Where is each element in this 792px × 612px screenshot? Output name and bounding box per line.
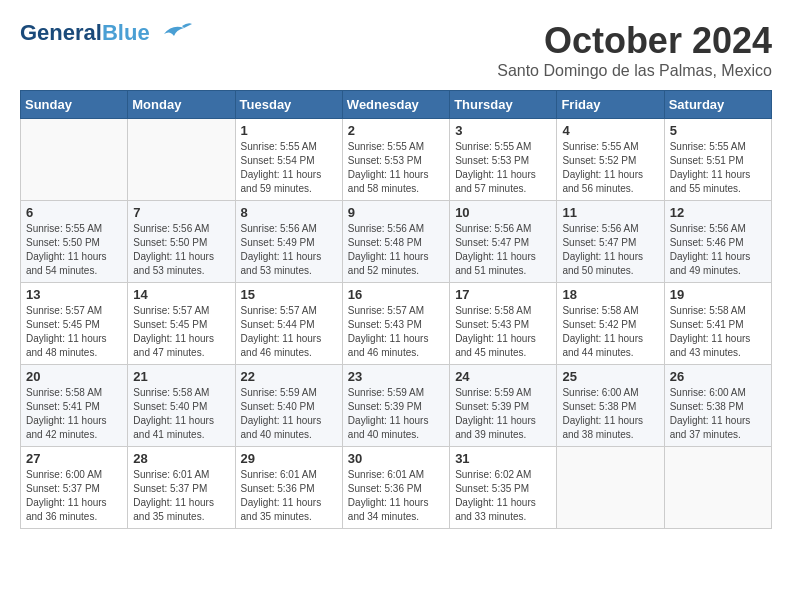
- weekday-header-monday: Monday: [128, 91, 235, 119]
- calendar-cell: 21Sunrise: 5:58 AM Sunset: 5:40 PM Dayli…: [128, 365, 235, 447]
- day-number: 2: [348, 123, 444, 138]
- day-info: Sunrise: 6:01 AM Sunset: 5:36 PM Dayligh…: [241, 468, 337, 524]
- day-info: Sunrise: 5:57 AM Sunset: 5:44 PM Dayligh…: [241, 304, 337, 360]
- day-info: Sunrise: 5:58 AM Sunset: 5:41 PM Dayligh…: [26, 386, 122, 442]
- day-info: Sunrise: 5:55 AM Sunset: 5:54 PM Dayligh…: [241, 140, 337, 196]
- weekday-header-sunday: Sunday: [21, 91, 128, 119]
- weekday-header-tuesday: Tuesday: [235, 91, 342, 119]
- day-info: Sunrise: 6:01 AM Sunset: 5:36 PM Dayligh…: [348, 468, 444, 524]
- calendar-cell: 20Sunrise: 5:58 AM Sunset: 5:41 PM Dayli…: [21, 365, 128, 447]
- day-number: 31: [455, 451, 551, 466]
- weekday-header-thursday: Thursday: [450, 91, 557, 119]
- logo: GeneralBlue: [20, 20, 192, 46]
- calendar-cell: 2Sunrise: 5:55 AM Sunset: 5:53 PM Daylig…: [342, 119, 449, 201]
- day-info: Sunrise: 5:56 AM Sunset: 5:47 PM Dayligh…: [455, 222, 551, 278]
- day-number: 3: [455, 123, 551, 138]
- day-info: Sunrise: 6:00 AM Sunset: 5:38 PM Dayligh…: [562, 386, 658, 442]
- calendar-cell: 7Sunrise: 5:56 AM Sunset: 5:50 PM Daylig…: [128, 201, 235, 283]
- calendar-cell: 4Sunrise: 5:55 AM Sunset: 5:52 PM Daylig…: [557, 119, 664, 201]
- day-info: Sunrise: 5:56 AM Sunset: 5:50 PM Dayligh…: [133, 222, 229, 278]
- day-number: 6: [26, 205, 122, 220]
- calendar-cell: 24Sunrise: 5:59 AM Sunset: 5:39 PM Dayli…: [450, 365, 557, 447]
- day-number: 11: [562, 205, 658, 220]
- calendar-cell: 11Sunrise: 5:56 AM Sunset: 5:47 PM Dayli…: [557, 201, 664, 283]
- day-number: 12: [670, 205, 766, 220]
- day-number: 7: [133, 205, 229, 220]
- day-number: 4: [562, 123, 658, 138]
- day-info: Sunrise: 5:58 AM Sunset: 5:41 PM Dayligh…: [670, 304, 766, 360]
- weekday-header-friday: Friday: [557, 91, 664, 119]
- day-info: Sunrise: 6:02 AM Sunset: 5:35 PM Dayligh…: [455, 468, 551, 524]
- calendar-cell: 22Sunrise: 5:59 AM Sunset: 5:40 PM Dayli…: [235, 365, 342, 447]
- calendar-cell: 13Sunrise: 5:57 AM Sunset: 5:45 PM Dayli…: [21, 283, 128, 365]
- calendar-cell: [557, 447, 664, 529]
- page-header: GeneralBlue October 2024 Santo Domingo d…: [20, 20, 772, 80]
- day-number: 13: [26, 287, 122, 302]
- weekday-header-saturday: Saturday: [664, 91, 771, 119]
- day-info: Sunrise: 5:56 AM Sunset: 5:49 PM Dayligh…: [241, 222, 337, 278]
- calendar-cell: 6Sunrise: 5:55 AM Sunset: 5:50 PM Daylig…: [21, 201, 128, 283]
- calendar-cell: 29Sunrise: 6:01 AM Sunset: 5:36 PM Dayli…: [235, 447, 342, 529]
- calendar-cell: 26Sunrise: 6:00 AM Sunset: 5:38 PM Dayli…: [664, 365, 771, 447]
- calendar-cell: 28Sunrise: 6:01 AM Sunset: 5:37 PM Dayli…: [128, 447, 235, 529]
- day-number: 24: [455, 369, 551, 384]
- calendar-cell: 17Sunrise: 5:58 AM Sunset: 5:43 PM Dayli…: [450, 283, 557, 365]
- calendar-cell: 8Sunrise: 5:56 AM Sunset: 5:49 PM Daylig…: [235, 201, 342, 283]
- calendar-cell: 18Sunrise: 5:58 AM Sunset: 5:42 PM Dayli…: [557, 283, 664, 365]
- calendar-cell: [128, 119, 235, 201]
- day-number: 30: [348, 451, 444, 466]
- week-row-4: 20Sunrise: 5:58 AM Sunset: 5:41 PM Dayli…: [21, 365, 772, 447]
- calendar-cell: 16Sunrise: 5:57 AM Sunset: 5:43 PM Dayli…: [342, 283, 449, 365]
- calendar-cell: 1Sunrise: 5:55 AM Sunset: 5:54 PM Daylig…: [235, 119, 342, 201]
- day-number: 5: [670, 123, 766, 138]
- day-info: Sunrise: 5:57 AM Sunset: 5:45 PM Dayligh…: [133, 304, 229, 360]
- day-number: 14: [133, 287, 229, 302]
- day-number: 19: [670, 287, 766, 302]
- day-number: 8: [241, 205, 337, 220]
- day-number: 18: [562, 287, 658, 302]
- day-number: 1: [241, 123, 337, 138]
- week-row-3: 13Sunrise: 5:57 AM Sunset: 5:45 PM Dayli…: [21, 283, 772, 365]
- week-row-1: 1Sunrise: 5:55 AM Sunset: 5:54 PM Daylig…: [21, 119, 772, 201]
- day-info: Sunrise: 5:57 AM Sunset: 5:43 PM Dayligh…: [348, 304, 444, 360]
- calendar-cell: [21, 119, 128, 201]
- day-number: 15: [241, 287, 337, 302]
- day-number: 16: [348, 287, 444, 302]
- day-number: 10: [455, 205, 551, 220]
- title-area: October 2024 Santo Domingo de las Palmas…: [497, 20, 772, 80]
- day-number: 27: [26, 451, 122, 466]
- calendar-cell: 10Sunrise: 5:56 AM Sunset: 5:47 PM Dayli…: [450, 201, 557, 283]
- logo-text-general: General: [20, 20, 102, 45]
- day-info: Sunrise: 5:58 AM Sunset: 5:43 PM Dayligh…: [455, 304, 551, 360]
- calendar-cell: 25Sunrise: 6:00 AM Sunset: 5:38 PM Dayli…: [557, 365, 664, 447]
- calendar-cell: 12Sunrise: 5:56 AM Sunset: 5:46 PM Dayli…: [664, 201, 771, 283]
- month-year-title: October 2024: [497, 20, 772, 62]
- location-subtitle: Santo Domingo de las Palmas, Mexico: [497, 62, 772, 80]
- calendar-cell: 31Sunrise: 6:02 AM Sunset: 5:35 PM Dayli…: [450, 447, 557, 529]
- day-info: Sunrise: 5:55 AM Sunset: 5:53 PM Dayligh…: [455, 140, 551, 196]
- day-info: Sunrise: 5:59 AM Sunset: 5:39 PM Dayligh…: [348, 386, 444, 442]
- day-number: 28: [133, 451, 229, 466]
- logo-text-blue: Blue: [102, 20, 150, 45]
- day-number: 21: [133, 369, 229, 384]
- calendar-cell: 5Sunrise: 5:55 AM Sunset: 5:51 PM Daylig…: [664, 119, 771, 201]
- calendar-cell: 14Sunrise: 5:57 AM Sunset: 5:45 PM Dayli…: [128, 283, 235, 365]
- calendar-cell: 27Sunrise: 6:00 AM Sunset: 5:37 PM Dayli…: [21, 447, 128, 529]
- day-info: Sunrise: 5:55 AM Sunset: 5:52 PM Dayligh…: [562, 140, 658, 196]
- day-number: 23: [348, 369, 444, 384]
- calendar-cell: 9Sunrise: 5:56 AM Sunset: 5:48 PM Daylig…: [342, 201, 449, 283]
- day-info: Sunrise: 6:00 AM Sunset: 5:38 PM Dayligh…: [670, 386, 766, 442]
- day-info: Sunrise: 6:01 AM Sunset: 5:37 PM Dayligh…: [133, 468, 229, 524]
- calendar-table: SundayMondayTuesdayWednesdayThursdayFrid…: [20, 90, 772, 529]
- day-number: 17: [455, 287, 551, 302]
- logo-bird-icon: [154, 20, 192, 46]
- day-info: Sunrise: 5:56 AM Sunset: 5:48 PM Dayligh…: [348, 222, 444, 278]
- week-row-5: 27Sunrise: 6:00 AM Sunset: 5:37 PM Dayli…: [21, 447, 772, 529]
- calendar-cell: 23Sunrise: 5:59 AM Sunset: 5:39 PM Dayli…: [342, 365, 449, 447]
- calendar-cell: 3Sunrise: 5:55 AM Sunset: 5:53 PM Daylig…: [450, 119, 557, 201]
- day-info: Sunrise: 5:59 AM Sunset: 5:39 PM Dayligh…: [455, 386, 551, 442]
- day-info: Sunrise: 5:56 AM Sunset: 5:47 PM Dayligh…: [562, 222, 658, 278]
- day-number: 20: [26, 369, 122, 384]
- day-info: Sunrise: 5:55 AM Sunset: 5:53 PM Dayligh…: [348, 140, 444, 196]
- day-number: 9: [348, 205, 444, 220]
